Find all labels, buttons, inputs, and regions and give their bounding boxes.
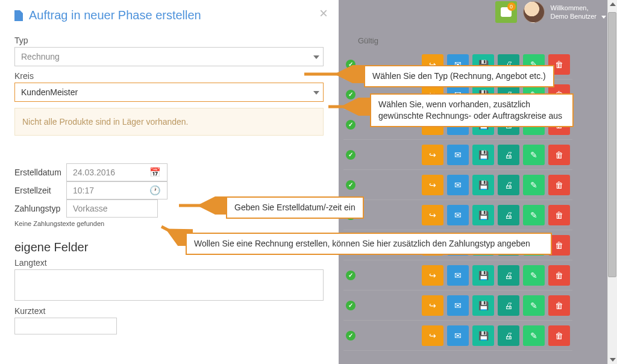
print-icon: 🖨	[504, 301, 513, 310]
edit-icon: ✎	[530, 210, 537, 220]
close-button[interactable]: ×	[319, 5, 328, 22]
save-button[interactable]: 💾	[472, 205, 494, 225]
mail-button[interactable]: ✉	[447, 295, 469, 316]
save-icon: 💾	[478, 271, 489, 280]
print-button[interactable]: 🖨	[498, 205, 519, 225]
envelope-icon: ✉	[454, 210, 462, 220]
typ-label: Typ	[14, 36, 327, 45]
save-button[interactable]: 💾	[472, 145, 494, 165]
print-icon: 🖨	[504, 271, 513, 280]
chevron-down-icon	[601, 16, 606, 19]
trash-icon: 🗑	[555, 301, 563, 310]
scroll-down-icon	[610, 358, 616, 362]
share-icon: ↪	[429, 180, 436, 190]
check-icon	[346, 150, 355, 160]
trash-icon: 🗑	[555, 210, 563, 220]
share-icon: ↪	[429, 301, 436, 310]
vertical-scrollbar[interactable]	[607, 0, 617, 364]
kurztext-input[interactable]	[14, 318, 117, 334]
column-header-valid: Gültig	[358, 36, 378, 45]
zahlungstyp-value: Vorkasse	[73, 204, 108, 213]
share-button[interactable]: ↪	[422, 295, 443, 316]
share-icon: ↪	[429, 210, 436, 220]
notification-badge: 0	[507, 2, 516, 11]
print-icon: 🖨	[504, 180, 513, 190]
scroll-track[interactable]	[607, 0, 617, 364]
delete-button[interactable]: 🗑	[548, 175, 570, 195]
save-button[interactable]: 💾	[472, 265, 494, 286]
print-button[interactable]: 🖨	[498, 175, 519, 195]
share-icon: ↪	[429, 150, 436, 160]
save-icon: 💾	[478, 150, 489, 160]
trash-icon: 🗑	[555, 240, 563, 250]
edit-button[interactable]: ✎	[523, 295, 545, 316]
check-icon	[346, 180, 355, 190]
check-icon	[346, 271, 355, 280]
print-button[interactable]: 🖨	[498, 295, 519, 316]
share-button[interactable]: ↪	[422, 325, 443, 346]
save-button[interactable]: 💾	[472, 175, 494, 195]
table-row: ↪ ✉ 💾 🖨 ✎ 🗑	[343, 260, 572, 290]
modal-title-text: Auftrag in neuer Phase erstellen	[29, 8, 201, 22]
print-icon: 🖨	[504, 331, 513, 340]
mail-button[interactable]: ✉	[447, 175, 469, 195]
trash-icon: 🗑	[555, 271, 563, 280]
warning-banner: Nicht alle Produkte sind in Läger vorhan…	[14, 108, 324, 136]
edit-button[interactable]: ✎	[523, 205, 545, 225]
callout-typ: Wählen Sie den Typ (Rechnung, Angebot et…	[364, 65, 554, 87]
erstelldatum-input[interactable]: 24.03.2016 📅	[66, 163, 168, 181]
save-button[interactable]: 💾	[472, 295, 494, 316]
erstelldatum-label: Erstelldatum	[14, 168, 66, 177]
user-menu[interactable]: Willkommen, Demo Benutzer	[551, 4, 606, 21]
notifications-button[interactable]: 0	[495, 1, 517, 23]
chevron-down-icon	[313, 55, 319, 59]
save-button[interactable]: 💾	[472, 325, 494, 346]
share-button[interactable]: ↪	[422, 205, 443, 225]
delete-button[interactable]: 🗑	[548, 265, 570, 286]
kreis-select[interactable]: KundenMeister	[14, 83, 324, 102]
typ-select[interactable]: Rechnung	[14, 47, 324, 66]
avatar[interactable]	[523, 1, 545, 23]
delete-button[interactable]: 🗑	[548, 295, 570, 316]
edit-button[interactable]: ✎	[523, 145, 545, 165]
envelope-icon: ✉	[454, 271, 462, 280]
document-icon	[14, 10, 23, 21]
mail-button[interactable]: ✉	[447, 145, 469, 165]
annotation-arrow-icon	[322, 98, 371, 116]
edit-icon: ✎	[530, 301, 537, 310]
langtext-label: Langtext	[14, 258, 327, 268]
mail-button[interactable]: ✉	[447, 265, 469, 286]
envelope-icon: ✉	[454, 331, 462, 340]
edit-button[interactable]: ✎	[523, 265, 545, 286]
mail-button[interactable]: ✉	[447, 205, 469, 225]
edit-icon: ✎	[530, 331, 537, 340]
share-button[interactable]: ↪	[422, 145, 443, 165]
top-bar: 0 Willkommen, Demo Benutzer	[495, 0, 606, 24]
share-button[interactable]: ↪	[422, 265, 443, 286]
edit-button[interactable]: ✎	[523, 175, 545, 195]
delete-button[interactable]: 🗑	[548, 145, 570, 165]
scroll-thumb[interactable]	[608, 12, 616, 277]
delete-button[interactable]: 🗑	[548, 205, 570, 225]
print-button[interactable]: 🖨	[498, 265, 519, 286]
share-button[interactable]: ↪	[422, 175, 443, 195]
edit-button[interactable]: ✎	[523, 325, 545, 346]
zahlungstyp-select[interactable]: Vorkasse	[66, 199, 158, 218]
table-row: ↪ ✉ 💾 🖨 ✎ 🗑	[343, 200, 572, 230]
print-button[interactable]: 🖨	[498, 325, 519, 346]
callout-text: Wählen Sie, wenn vorhanden, zusätzlich g…	[378, 99, 562, 121]
warning-text: Nicht alle Produkte sind in Läger vorhan…	[22, 117, 189, 127]
zahlungstyp-label: Zahlungstyp	[14, 204, 66, 213]
annotation-arrow-icon	[298, 65, 365, 83]
erstellzeit-label: Erstellzeit	[14, 186, 66, 195]
erstellzeit-input[interactable]: 10:17 🕐	[66, 181, 168, 199]
print-button[interactable]: 🖨	[498, 145, 519, 165]
delete-button[interactable]: 🗑	[548, 325, 570, 346]
langtext-textarea[interactable]	[14, 269, 324, 301]
save-icon: 💾	[478, 301, 489, 310]
table-row: ↪ ✉ 💾 🖨 ✎ 🗑	[343, 140, 572, 170]
create-order-modal: Auftrag in neuer Phase erstellen × Typ R…	[0, 0, 339, 364]
mail-button[interactable]: ✉	[447, 325, 469, 346]
table-row: ↪ ✉ 💾 🖨 ✎ 🗑	[343, 290, 572, 321]
edit-icon: ✎	[530, 180, 537, 190]
